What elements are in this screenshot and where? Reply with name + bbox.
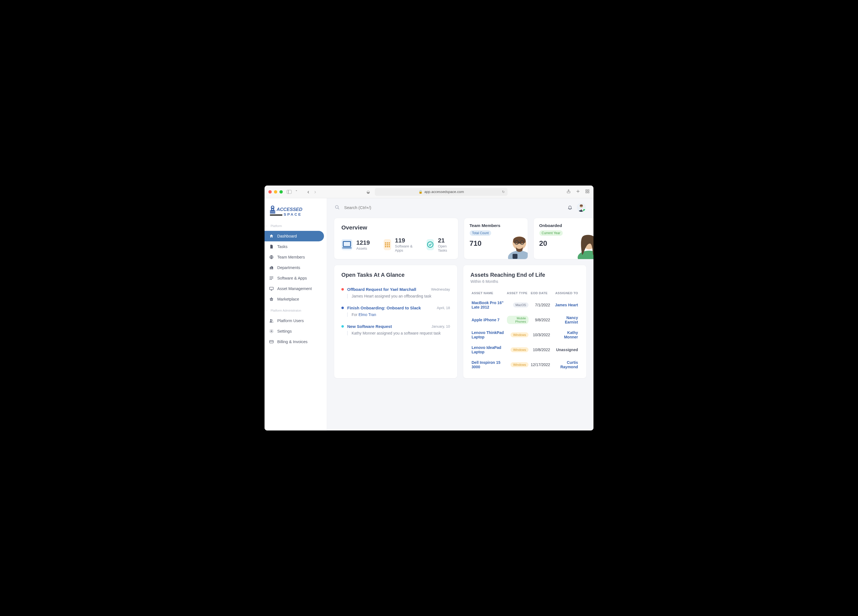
sidebar-item-asset-management[interactable]: Asset Management [264,283,324,294]
asset-type-badge: Windows [511,332,528,337]
avatar[interactable] [577,203,586,212]
chevron-down-icon[interactable]: ˅ [295,190,297,194]
svg-point-39 [508,251,527,259]
search-input[interactable] [344,205,563,210]
asset-name-link[interactable]: Lenovo IdeaPad Laptop [472,345,501,354]
asset-name-link[interactable]: Lenovo ThinkPad Laptop [472,330,504,339]
asset-name-link[interactable]: Dell Inspiron 15 3000 [472,360,500,369]
building-icon [269,265,274,270]
reload-icon[interactable]: ↻ [502,190,505,194]
task-time: Wednesday [431,287,450,291]
svg-rect-13 [271,277,272,277]
asset-name-link[interactable]: MacBook Pro 16" Late 2012 [472,300,504,310]
laptop-icon [341,239,353,250]
eol-row: MacBook Pro 16" Late 2012MacOS7/1/2022Ja… [471,297,579,313]
person-illustration-1 [504,232,528,259]
overview-stat[interactable]: 119Software & Apps [384,237,413,252]
svg-rect-1 [586,190,587,191]
svg-rect-34 [389,244,390,245]
eod-date: 10/8/2022 [530,342,551,357]
eod-date: 10/3/2022 [530,327,551,342]
home-icon [269,234,274,238]
stat-value: 1219 [356,239,370,246]
svg-rect-6 [270,212,275,213]
sidebar-item-team-members[interactable]: Team Members [264,252,324,262]
asset-type-badge: Windows [511,362,528,367]
eol-column-header: ASSET NAME [471,289,506,297]
eol-title: Assets Reaching End of Life [471,272,579,278]
onboarded-title: Onboarded [539,223,592,228]
sidebar-heading: Platform Administraton [264,306,327,314]
browser-window: ˅ ‹ › ◒ 🔒 app.accessedspace.com ↻ [264,185,594,431]
browser-sidebar-icon[interactable] [287,190,292,194]
check-icon [426,239,434,250]
address-bar[interactable]: ◒ 🔒 app.accessedspace.com ↻ [375,188,508,196]
sidebar-item-marketplace[interactable]: Marketplace [264,294,324,305]
svg-rect-36 [387,246,388,247]
task-item: Finish Onboarding: Onboard to SlackApril… [341,303,450,321]
nav-back-icon[interactable]: ‹ [308,188,309,195]
overview-title: Overview [341,224,451,231]
svg-point-25 [335,205,338,208]
shield-icon[interactable]: ◒ [367,190,370,194]
overview-stat[interactable]: 21Open Tasks [426,237,451,252]
svg-rect-3 [586,191,587,193]
minimize-window-button[interactable] [274,190,277,193]
svg-rect-24 [269,340,273,343]
task-time: January, 10 [432,324,450,328]
task-title-link[interactable]: Finish Onboarding: Onboard to Slack [347,305,434,310]
close-window-button[interactable] [268,190,272,193]
tabs-grid-icon[interactable] [585,189,590,194]
maximize-window-button[interactable] [280,190,283,193]
new-tab-icon[interactable] [576,189,580,194]
assigned-user-link[interactable]: Curtis Raymond [560,360,578,369]
svg-rect-15 [270,278,270,279]
task-title-link[interactable]: Offboard Request for Yael Marchall [347,287,428,292]
sidebar-item-label: Asset Management [277,286,312,291]
assigned-user-link[interactable]: James Heart [555,303,578,307]
person-illustration-2 [574,232,594,259]
task-title-link[interactable]: New Software Request [347,324,428,329]
svg-rect-20 [269,287,273,290]
monitor-icon [269,286,274,291]
onboarded-card[interactable]: Onboarded Current Year 20 [534,218,594,259]
task-subtext: For Elmo Tran [347,313,450,317]
sidebar-item-departments[interactable]: Departments [264,262,324,273]
sidebar-item-label: Software & Apps [277,276,307,280]
brand-logo[interactable]: ACCESSED SPACE [264,201,327,222]
asset-name-link[interactable]: Apple iPhone 7 [472,318,499,322]
sidebar-item-label: Marketplace [277,297,299,301]
overview-stat[interactable]: 1219Assets [341,237,370,252]
svg-rect-31 [389,242,390,243]
svg-rect-2 [588,190,589,191]
task-sub-link[interactable]: Elmo Tran [359,313,376,317]
share-icon[interactable] [566,189,571,194]
sidebar: ACCESSED SPACE PlatformDashboardTasksTea… [264,198,327,431]
basket-icon [269,297,274,301]
asset-type-badge: MacOS [513,302,528,308]
task-dot [341,288,344,291]
assigned-user-link[interactable]: Kathy Monner [564,330,578,339]
sidebar-item-label: Dashboard [277,234,297,238]
sidebar-item-platform-users[interactable]: Platform Users [264,316,324,326]
sidebar-item-settings[interactable]: Settings [264,326,324,336]
card-icon [269,339,274,344]
globe-icon [269,255,274,259]
task-time: April, 18 [437,306,450,310]
sidebar-item-software-apps[interactable]: Software & Apps [264,273,324,283]
svg-rect-17 [272,278,273,279]
sidebar-item-billing-invoices[interactable]: Billing & Invoices [264,336,324,347]
task-dot [341,306,344,309]
svg-rect-7 [272,208,274,210]
sidebar-item-dashboard[interactable]: Dashboard [264,231,324,241]
sidebar-item-label: Settings [277,329,292,333]
sidebar-item-tasks[interactable]: Tasks [264,241,324,252]
team-members-pill: Total Count [469,230,491,236]
team-members-card[interactable]: Team Members Total Count 710 [464,218,528,259]
eol-row: Lenovo ThinkPad LaptopWindows10/3/2022Ka… [471,327,579,342]
traffic-lights [268,190,283,193]
svg-rect-19 [271,279,272,280]
bell-icon[interactable] [567,205,572,210]
grid-icon [384,239,391,250]
assigned-user-link[interactable]: Nancy Earnist [565,316,578,324]
